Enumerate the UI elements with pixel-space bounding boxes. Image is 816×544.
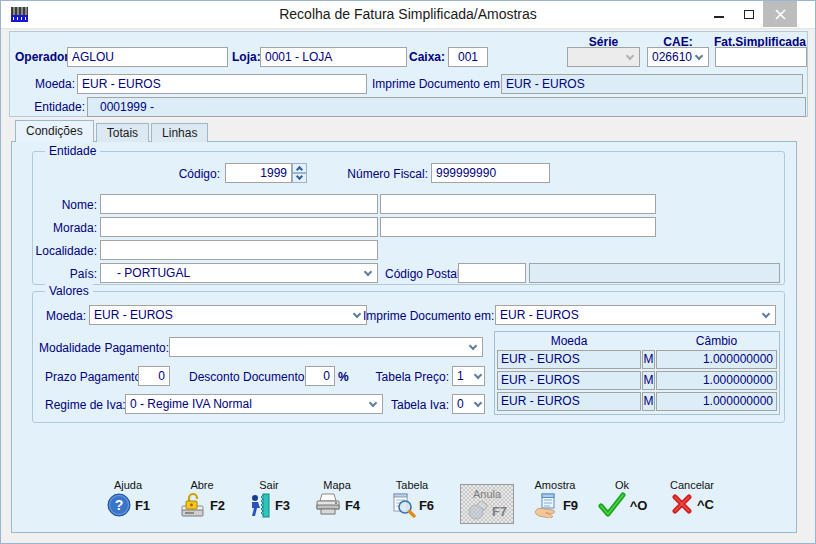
morada-label: Morada: xyxy=(33,218,97,238)
table-row-cambio: 1.000000000 xyxy=(656,350,777,369)
close-button[interactable] xyxy=(763,1,797,27)
exit-door-icon xyxy=(248,492,272,519)
amostra-button[interactable]: Amostra F9 xyxy=(519,478,591,532)
morada-input-2[interactable] xyxy=(380,217,656,237)
valores-group: Valores Moeda: EUR - EUROS Imprime Docum… xyxy=(32,291,785,423)
tabela-iva-label: Tabela Iva: xyxy=(387,395,449,415)
codigo-postal-desc-field xyxy=(529,263,780,283)
chevron-down-icon xyxy=(364,267,372,275)
nome-input-2[interactable] xyxy=(380,194,656,214)
svg-text:?: ? xyxy=(115,497,124,513)
chevron-down-icon xyxy=(369,398,377,406)
mapa-button[interactable]: Mapa F4 xyxy=(301,478,373,532)
close-icon xyxy=(775,9,786,20)
entidade-group: Entidade Código: Número Fiscal: Nome: Mo… xyxy=(32,151,785,285)
cambio-header-cambio: Câmbio xyxy=(656,333,777,349)
operador-input[interactable] xyxy=(67,47,228,67)
tabela-preco-label: Tabela Preço: xyxy=(375,367,449,387)
cambio-header-moeda: Moeda xyxy=(497,333,641,349)
tab-condicoes[interactable]: Condições xyxy=(15,120,94,142)
table-row-moeda: EUR - EUROS xyxy=(497,371,641,390)
fat-simplificada-input[interactable] xyxy=(715,47,807,67)
desconto-label: Desconto Documento: xyxy=(189,367,301,387)
window-title: Recolha de Fatura Simplificada/Amostras xyxy=(1,6,815,22)
serie-select xyxy=(567,47,640,67)
nome-input[interactable] xyxy=(100,194,378,214)
delete-icon xyxy=(467,501,489,521)
minimize-button[interactable] xyxy=(705,1,733,27)
desconto-input[interactable] xyxy=(305,366,335,386)
anula-button: Anula F7 xyxy=(460,484,514,524)
chevron-down-icon xyxy=(296,173,303,180)
codigo-stepper xyxy=(292,163,307,183)
tabela-button[interactable]: Tabela F6 xyxy=(376,478,448,532)
table-row-flag: M xyxy=(642,371,655,390)
cancelar-button[interactable]: Cancelar ^C xyxy=(656,478,728,532)
table-row-cambio: 1.000000000 xyxy=(656,392,777,411)
sair-button[interactable]: Sair F3 xyxy=(233,478,305,532)
valores-imprime-select[interactable]: EUR - EUROS xyxy=(495,305,776,325)
ok-button[interactable]: Ok ^O xyxy=(586,478,658,532)
regime-iva-label: Regime de Iva: xyxy=(45,395,121,415)
numero-fiscal-label: Número Fiscal: xyxy=(333,164,428,184)
tab-page-condicoes: Entidade Código: Número Fiscal: Nome: Mo… xyxy=(11,141,797,533)
ok-check-icon xyxy=(597,492,627,518)
codigo-input[interactable] xyxy=(225,163,292,183)
codigo-postal-label: Código Postal: xyxy=(385,264,455,284)
modalidade-label: Modalidade Pagamento: xyxy=(39,338,165,358)
chevron-down-icon xyxy=(474,398,482,406)
tab-totais[interactable]: Totais xyxy=(96,123,149,142)
morada-input[interactable] xyxy=(100,217,378,237)
entidade-label: Entidade: xyxy=(28,97,85,117)
loja-label: Loja: xyxy=(232,47,261,67)
table-search-icon xyxy=(390,492,416,518)
localidade-input[interactable] xyxy=(100,240,378,260)
valores-imprime-label: Imprime Documento em: xyxy=(363,306,491,326)
chevron-down-icon xyxy=(469,341,477,349)
spinner-up-button[interactable] xyxy=(292,163,307,173)
percent-label: % xyxy=(338,367,349,387)
operador-label: Operador: xyxy=(15,47,73,67)
chevron-down-icon xyxy=(474,370,482,378)
header-panel: Operador: Loja: Caixa: Série CAE: 026610… xyxy=(9,31,808,117)
imprime-documento-field: EUR - EUROS xyxy=(501,74,803,94)
maximize-icon xyxy=(744,10,754,19)
codigo-postal-input[interactable] xyxy=(458,263,526,283)
regime-iva-select[interactable]: 0 - Regime IVA Normal xyxy=(125,394,383,414)
maximize-button[interactable] xyxy=(735,1,763,27)
cambio-table: Moeda Câmbio EUR - EUROS M 1.000000000 E… xyxy=(494,331,780,415)
modalidade-select[interactable] xyxy=(169,337,483,357)
table-row-moeda: EUR - EUROS xyxy=(497,392,641,411)
moeda-input[interactable] xyxy=(77,74,367,94)
chevron-down-icon xyxy=(353,309,361,317)
loja-input[interactable] xyxy=(260,47,407,67)
ajuda-button[interactable]: Ajuda ? F1 xyxy=(92,478,164,532)
pais-label: País: xyxy=(33,264,97,284)
numero-fiscal-input[interactable] xyxy=(431,163,550,183)
entidade-group-title: Entidade xyxy=(45,143,100,159)
valores-moeda-select[interactable]: EUR - EUROS xyxy=(89,305,367,325)
tab-linhas[interactable]: Linhas xyxy=(151,123,208,142)
chevron-down-icon xyxy=(626,51,634,59)
tabela-preco-select[interactable]: 1 xyxy=(452,366,485,386)
chevron-down-icon xyxy=(762,309,770,317)
cae-select[interactable]: 026610 xyxy=(647,47,709,67)
help-icon: ? xyxy=(106,492,132,518)
tab-strip: Condições Totais Linhas xyxy=(15,120,210,142)
app-window: Recolha de Fatura Simplificada/Amostras … xyxy=(0,0,816,544)
caixa-input[interactable] xyxy=(448,47,488,67)
valores-group-title: Valores xyxy=(45,283,93,299)
printer-icon xyxy=(314,492,342,518)
tabela-iva-select[interactable]: 0 xyxy=(452,394,485,414)
prazo-input[interactable] xyxy=(138,366,170,386)
caixa-label: Caixa: xyxy=(409,47,445,67)
titlebar: Recolha de Fatura Simplificada/Amostras xyxy=(1,1,815,29)
table-row-flag: M xyxy=(642,350,655,369)
table-row-flag: M xyxy=(642,392,655,411)
spinner-down-button[interactable] xyxy=(292,173,307,183)
cancel-x-icon xyxy=(670,492,694,516)
pais-select[interactable]: - PORTUGAL xyxy=(100,263,378,283)
prazo-label: Prazo Pagamento: xyxy=(45,367,133,387)
table-row-moeda: EUR - EUROS xyxy=(497,350,641,369)
abre-button[interactable]: Abre F2 xyxy=(166,478,238,532)
